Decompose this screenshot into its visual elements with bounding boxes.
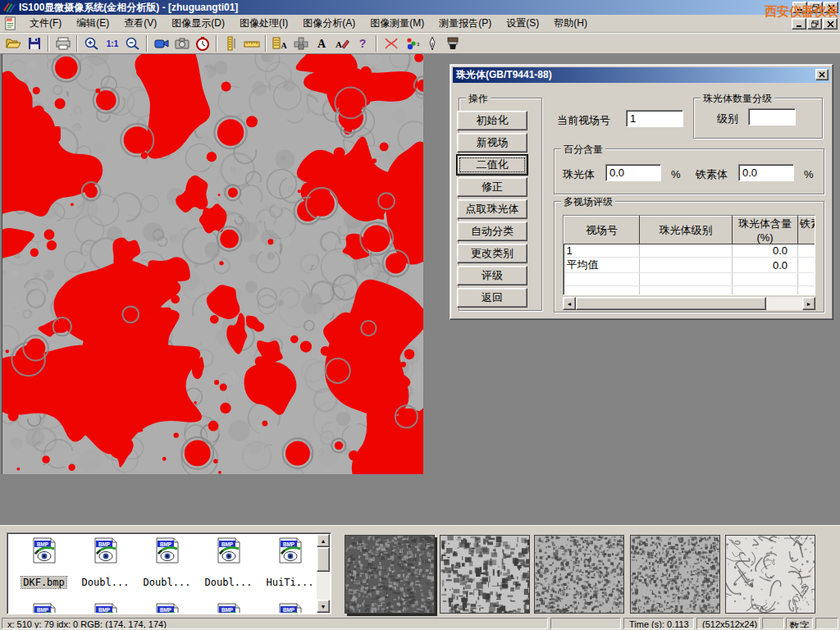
menu-item[interactable]: 设置(S) [499, 15, 546, 33]
scroll-left-icon[interactable]: ◄ [563, 297, 576, 310]
table-empty-row [564, 273, 816, 286]
filelist-vscrollbar[interactable]: ▲ ▼ [317, 534, 330, 613]
menu-item[interactable]: 图像分析(A) [295, 15, 363, 33]
vscroll-thumb[interactable] [317, 547, 330, 572]
file-label[interactable]: Doubl... [142, 577, 193, 588]
dialog-button[interactable]: 修正 [457, 177, 527, 197]
dialog-button[interactable]: 返回 [457, 288, 527, 308]
status-pixel-info: x: 510 y: 79 idx: 0 RGB: (174, 174, 174) [2, 618, 548, 629]
current-field-input[interactable]: 1 [626, 110, 683, 127]
thumbnail-3[interactable] [534, 535, 624, 614]
classify-particles-button[interactable]: 3 [401, 34, 422, 52]
table-header-cell[interactable]: 铁素体含量(%) [798, 217, 816, 244]
photo-camera-button[interactable] [171, 34, 192, 52]
file-item-clipped[interactable]: BMP [198, 603, 259, 613]
dialog-button[interactable]: 评级 [457, 266, 527, 285]
ruler-button[interactable] [241, 34, 262, 52]
pearlite-percent-input[interactable]: 0.0 [605, 164, 661, 181]
open-button[interactable] [3, 34, 24, 52]
hscroll-thumb[interactable] [576, 297, 766, 310]
svg-text:1:1: 1:1 [106, 39, 118, 48]
menu-item[interactable]: 编辑(E) [69, 15, 116, 33]
svg-text:BMP: BMP [221, 541, 233, 547]
menu-item[interactable]: 图像处理(I) [232, 15, 295, 33]
svg-text:BMP: BMP [159, 607, 171, 613]
dialog-button[interactable]: 初始化 [457, 111, 527, 130]
dialog-button[interactable]: 自动分类 [457, 221, 527, 241]
menu-item[interactable]: 帮助(H) [546, 15, 595, 33]
file-item-clipped[interactable]: BMP [13, 603, 75, 613]
dialog-button[interactable]: 二值化 [457, 155, 527, 175]
zoom-in-button[interactable] [81, 34, 102, 52]
dialog-title-bar[interactable]: 珠光体(GB/T9441-88) [453, 67, 830, 83]
menu-item[interactable]: 图像测量(M) [363, 15, 431, 33]
menu-item[interactable]: 查看(V) [116, 15, 164, 33]
file-item-clipped[interactable]: BMP [259, 603, 317, 613]
table-header-cell[interactable]: 珠光体含量(%) [733, 217, 798, 244]
thumbnail-2[interactable] [440, 535, 530, 614]
hscroll-track [766, 297, 802, 310]
svg-text:DOC: DOC [7, 19, 14, 22]
grade-input[interactable] [748, 108, 796, 126]
file-item[interactable]: BMPDoubl... [198, 537, 259, 588]
dialog-close-button[interactable] [815, 69, 829, 80]
text-button[interactable]: A [311, 34, 331, 52]
ferrite-percent-input[interactable]: 0.0 [738, 164, 794, 181]
table-hscrollbar[interactable]: ◄ ► [563, 297, 815, 310]
document-icon[interactable]: DOC [3, 16, 17, 30]
micrograph-image[interactable] [2, 54, 423, 474]
menu-item[interactable]: 图像显示(D) [164, 15, 232, 33]
actual-size-button[interactable]: 1:1 [102, 34, 122, 52]
zoom-out-icon [125, 36, 141, 51]
scroll-up-icon[interactable]: ▲ [317, 534, 330, 547]
print-button[interactable] [52, 34, 73, 52]
scroll-down-icon[interactable]: ▼ [317, 600, 330, 613]
dialog-button[interactable]: 更改类别 [457, 244, 527, 263]
pen-button[interactable] [422, 34, 442, 52]
file-item-clipped[interactable]: BMP [136, 603, 198, 613]
grading-group-label: 珠光体数量分级 [701, 92, 774, 106]
scroll-right-icon[interactable]: ► [802, 297, 815, 310]
thumbnail-5[interactable] [725, 535, 815, 614]
table-header-cell[interactable]: 视场号 [564, 217, 640, 244]
annotate-button[interactable]: A [331, 34, 352, 52]
menu-item[interactable]: 文件(F) [22, 15, 69, 33]
bmp-file-icon: BMP [278, 603, 303, 613]
timer-button[interactable] [192, 34, 212, 52]
curve-tool-button[interactable] [381, 34, 401, 52]
file-item[interactable]: BMPDKF.bmp [13, 537, 75, 588]
help-button[interactable]: ? [352, 34, 372, 52]
mdi-close-icon [827, 21, 834, 28]
image-blocks-button[interactable] [290, 34, 311, 52]
file-item[interactable]: BMPDoubl... [136, 537, 198, 588]
table-header-cell[interactable]: 珠光体级别 [640, 217, 733, 244]
file-item[interactable]: BMPDoubl... [75, 537, 136, 588]
dialog-button[interactable]: 新视场 [457, 133, 527, 153]
file-label[interactable]: DKF.bmp [21, 577, 66, 588]
toolbar-separator [265, 35, 267, 52]
video-camera-button[interactable] [151, 34, 171, 52]
file-label[interactable]: HuiTi... [265, 577, 316, 588]
zoom-out-button[interactable] [122, 34, 143, 52]
thumbnail-1[interactable] [345, 535, 435, 614]
svg-text:BMP: BMP [282, 541, 294, 547]
file-label[interactable]: Doubl... [80, 577, 131, 588]
file-label[interactable]: Doubl... [203, 577, 254, 588]
mdi-restore-button[interactable] [807, 18, 822, 30]
pearlite-dialog: 珠光体(GB/T9441-88) 操作 初始化新视场二值化修正点取珠光体自动分类… [450, 64, 833, 320]
caliper-button[interactable] [221, 34, 241, 52]
dialog-button[interactable]: 点取珠光体 [457, 199, 527, 219]
menu-items: 文件(F)编辑(E)查看(V)图像显示(D)图像处理(I)图像分析(A)图像测量… [22, 15, 595, 33]
measure-text-button[interactable]: A [270, 34, 290, 52]
table-row[interactable]: 平均值 0.0 [564, 258, 816, 273]
file-item[interactable]: BMPHuiTi... [259, 537, 317, 588]
mdi-close-button[interactable] [823, 18, 838, 30]
brush-button[interactable] [442, 34, 463, 52]
menu-item[interactable]: 测量报告(P) [431, 15, 499, 33]
table-row[interactable]: 1 0.0 [564, 244, 816, 258]
multifield-table[interactable]: 视场号珠光体级别珠光体含量(%)铁素体含量(%) 1 0.0 [563, 215, 815, 295]
save-button[interactable] [24, 34, 44, 52]
file-item-clipped[interactable]: BMP [75, 603, 136, 613]
mdi-minimize-button[interactable] [792, 18, 806, 30]
thumbnail-4[interactable] [630, 535, 720, 614]
